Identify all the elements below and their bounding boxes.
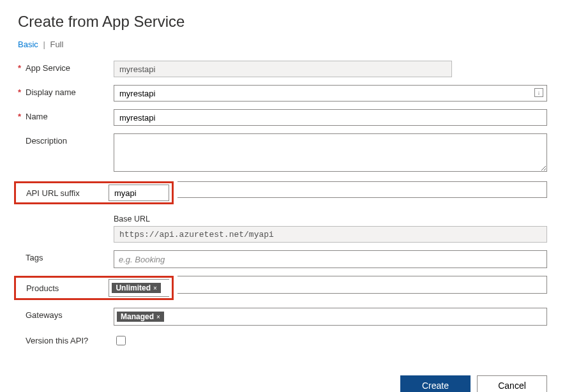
version-api-checkbox[interactable] (116, 336, 126, 345)
mode-separator: | (43, 40, 45, 49)
version-api-label: Version this API? (26, 336, 88, 345)
create-button[interactable]: Create (400, 375, 471, 392)
tags-placeholder: e.g. Booking (116, 255, 165, 264)
app-service-label: App Service (26, 63, 70, 73)
description-textarea[interactable] (114, 133, 547, 172)
products-label: Products (26, 283, 109, 293)
tags-input[interactable]: e.g. Booking (114, 250, 547, 268)
page-title: Create from App Service (18, 13, 547, 31)
api-url-suffix-label: API URL suffix (26, 188, 109, 198)
gateways-input[interactable]: Managed × (114, 308, 547, 326)
mode-basic-link[interactable]: Basic (18, 40, 38, 49)
gateway-chip-label: Managed (121, 312, 154, 321)
mode-full-link[interactable]: Full (50, 40, 63, 49)
chip-remove-icon[interactable]: × (153, 285, 157, 292)
display-name-label: Display name (26, 87, 76, 97)
required-marker: * (18, 63, 26, 73)
mode-switch: Basic | Full (18, 40, 547, 49)
chip-remove-icon[interactable]: × (156, 313, 160, 320)
tags-label: Tags (26, 253, 43, 262)
products-input[interactable] (177, 276, 547, 294)
required-marker: * (18, 112, 26, 121)
form-actions: Create Cancel (18, 375, 547, 392)
products-input-stub[interactable]: Unlimited × (109, 279, 169, 297)
base-url-label: Base URL (114, 215, 547, 223)
api-url-suffix-input-ext[interactable] (177, 181, 547, 198)
display-name-history-icon[interactable]: ↓ (534, 88, 543, 97)
app-service-input[interactable] (114, 61, 452, 77)
gateway-chip[interactable]: Managed × (116, 311, 165, 322)
display-name-input[interactable] (114, 85, 547, 102)
create-api-form: * App Service * Display name ↓ * Name De (18, 61, 547, 347)
api-url-suffix-input[interactable] (109, 185, 169, 201)
name-input[interactable] (114, 109, 547, 126)
product-chip-label: Unlimited (116, 283, 151, 292)
base-url-output (114, 226, 547, 243)
required-marker: * (18, 87, 26, 97)
cancel-button[interactable]: Cancel (477, 375, 547, 392)
name-label: Name (26, 112, 48, 121)
description-label: Description (26, 136, 67, 146)
product-chip[interactable]: Unlimited × (111, 282, 162, 294)
gateways-label: Gateways (26, 310, 63, 320)
